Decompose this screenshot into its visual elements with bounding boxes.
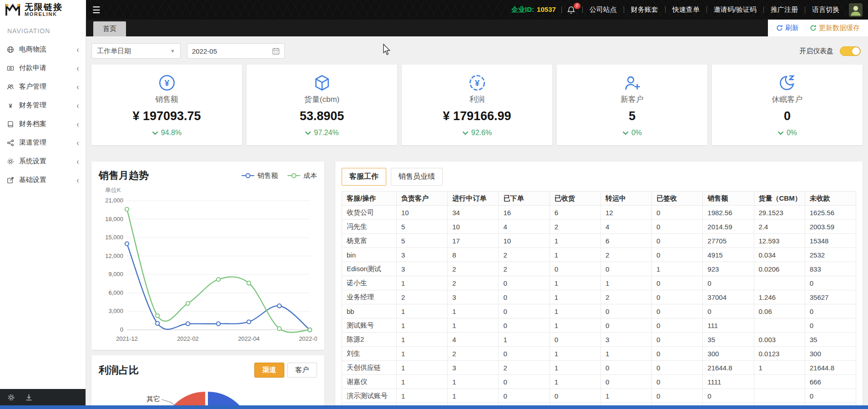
service-name-cell[interactable]: 杨竟富	[342, 234, 397, 248]
table-row: 刘生1201103000.0123300	[342, 347, 856, 361]
tab-salesperson-performance[interactable]: 销售员业绩	[391, 168, 443, 186]
menu-quick-query[interactable]: 快速查单	[666, 5, 706, 14]
divider	[665, 6, 666, 13]
tabbar-actions: 刷新 更新数据缓存	[768, 20, 868, 36]
value-cell: 1	[754, 361, 805, 375]
value-cell: 15348	[805, 234, 856, 248]
service-name-cell[interactable]: 冯先生	[342, 220, 397, 234]
sidebar-item-system-settings[interactable]: 系统设置‹	[0, 152, 86, 171]
logo-subtitle: MORELINK	[25, 11, 63, 17]
menu-language-switch[interactable]: 语言切换	[806, 5, 845, 14]
value-cell: 0	[601, 262, 651, 276]
service-name-cell[interactable]: bb	[342, 304, 397, 318]
svg-text:9,000: 9,000	[108, 271, 123, 278]
stat-cards-row: ¥销售额¥ 197093.7594.8%货量(cbm)53.890597.24%…	[91, 65, 863, 145]
value-cell: 0.0206	[754, 262, 805, 276]
service-name-cell[interactable]: bin	[342, 248, 397, 262]
value-cell: 2014.59	[703, 220, 754, 234]
menu-invite-code[interactable]: 邀请码/验证码	[708, 5, 762, 14]
service-name-cell[interactable]: 测试账号	[342, 318, 397, 333]
customer-button[interactable]: 客户	[287, 363, 317, 378]
sidebar-menu: 电商物流‹付款申请‹客户管理‹¥财务管理‹财务档案‹渠道管理‹系统设置‹基础设置…	[0, 40, 86, 189]
value-cell: 0.0123	[754, 347, 805, 361]
tab-home[interactable]: 首页	[93, 21, 126, 36]
service-name-cell[interactable]: 业务经理	[342, 290, 397, 304]
stat-card-1: 货量(cbm)53.890597.24%	[247, 65, 397, 145]
stat-card-2: ¥利润¥ 179166.9992.6%	[402, 65, 552, 145]
service-name-cell[interactable]: 天创供应链	[342, 361, 397, 375]
company-id: 企业ID:10537	[507, 5, 560, 14]
chart-legend: 销售额成本	[241, 172, 317, 180]
yen-icon: ¥	[6, 101, 14, 109]
service-name-cell[interactable]: 谢嘉仪	[342, 375, 397, 389]
tab-customer-service-work[interactable]: 客服工作	[342, 168, 386, 186]
column-header: 货量（CBM）	[754, 192, 805, 206]
refresh-button[interactable]: 刷新	[776, 24, 799, 32]
value-cell: 37004	[703, 290, 754, 304]
value-cell: 2	[499, 262, 550, 276]
value-cell: 2532	[805, 248, 856, 262]
table-row: bb11010000.060	[342, 304, 856, 318]
notifications-bell[interactable]: 0	[563, 6, 581, 14]
sidebar-item-label: 财务管理	[19, 101, 46, 110]
value-cell: 0	[805, 276, 856, 290]
service-name-cell[interactable]: 收货公司	[342, 206, 397, 220]
sidebar-item-ecommerce-logistics[interactable]: 电商物流‹	[0, 40, 86, 59]
download-icon[interactable]	[25, 394, 33, 401]
topbar: 无限链接 MORELINK ☰ 企业ID:10537 0 公司站点财务账套快速查…	[0, 0, 868, 20]
sidebar-item-finance-archive[interactable]: 财务档案‹	[0, 115, 86, 133]
value-cell: 2	[550, 220, 601, 234]
value-cell: 0.034	[754, 248, 805, 262]
value-cell: 21644.8	[703, 361, 754, 375]
service-name-cell[interactable]: 演示测试账号	[342, 389, 397, 403]
dashboard-toggle-switch[interactable]	[840, 46, 861, 56]
sidebar-item-channel-management[interactable]: 渠道管理‹	[0, 133, 86, 152]
update-cache-button[interactable]: 更新数据缓存	[810, 24, 860, 32]
topbar-menu: 公司站点财务账套快速查单邀请码/验证码推广注册语言切换	[584, 5, 845, 14]
value-cell: 1	[601, 347, 651, 361]
value-cell	[754, 389, 805, 403]
column-header: 已签收	[652, 192, 703, 206]
sidebar-item-basic-settings[interactable]: 基础设置‹	[0, 171, 86, 189]
service-name-cell[interactable]: 刘生	[342, 347, 397, 361]
menu-company-site[interactable]: 公司站点	[584, 5, 623, 14]
chevron-down-icon	[305, 129, 311, 137]
user-avatar[interactable]	[849, 3, 863, 17]
service-name-cell[interactable]: 陈源2	[342, 333, 397, 347]
value-cell: 0	[652, 220, 703, 234]
stat-change: 0%	[622, 129, 642, 137]
svg-text:2022-04: 2022-04	[238, 335, 260, 342]
refresh-icon	[810, 25, 817, 31]
month-picker-input[interactable]: 2022-05	[187, 43, 285, 59]
divider	[805, 6, 805, 13]
legend-item-1[interactable]: 成本	[287, 172, 317, 180]
service-name-cell[interactable]: Edison测试	[342, 262, 397, 276]
service-table-panel: 客服工作 销售员业绩 客服/操作负责客户进行中订单已下单已收货转运中已签收销售额…	[335, 162, 863, 409]
svg-text:12,000: 12,000	[105, 252, 123, 259]
sidebar-toggle-button[interactable]: ☰	[86, 0, 107, 20]
gear-icon[interactable]	[7, 394, 15, 401]
globe-icon	[6, 45, 14, 53]
toggle-knob	[852, 47, 860, 55]
sidebar-item-finance-management[interactable]: ¥财务管理‹	[0, 96, 86, 115]
value-cell: 34	[448, 206, 499, 220]
edit-icon	[6, 176, 14, 184]
table-row: bin38212049150.0342532	[342, 248, 856, 262]
menu-promo-register[interactable]: 推广注册	[765, 5, 804, 14]
value-cell: 1	[550, 375, 601, 389]
channel-icon	[6, 139, 14, 146]
value-cell: 1	[550, 234, 601, 248]
value-cell: 3	[448, 290, 499, 304]
work-order-date-select[interactable]: 工作单日期 ▼	[91, 43, 181, 59]
sidebar-item-payment-request[interactable]: 付款申请‹	[0, 59, 86, 77]
sidebar-item-customer-management[interactable]: 客户管理‹	[0, 77, 86, 96]
app-logo[interactable]: 无限链接 MORELINK	[0, 0, 86, 20]
svg-text:21,000: 21,000	[105, 197, 123, 204]
channel-button[interactable]: 渠道	[254, 363, 284, 378]
service-name-cell[interactable]: 诺小生	[342, 276, 397, 290]
menu-finance-account[interactable]: 财务账套	[625, 5, 664, 14]
legend-item-0[interactable]: 销售额	[241, 172, 278, 180]
pie-chart: 其它	[99, 381, 317, 409]
table-tabs: 客服工作 销售员业绩	[342, 168, 856, 186]
table-row: 诺小生12011000	[342, 276, 856, 290]
